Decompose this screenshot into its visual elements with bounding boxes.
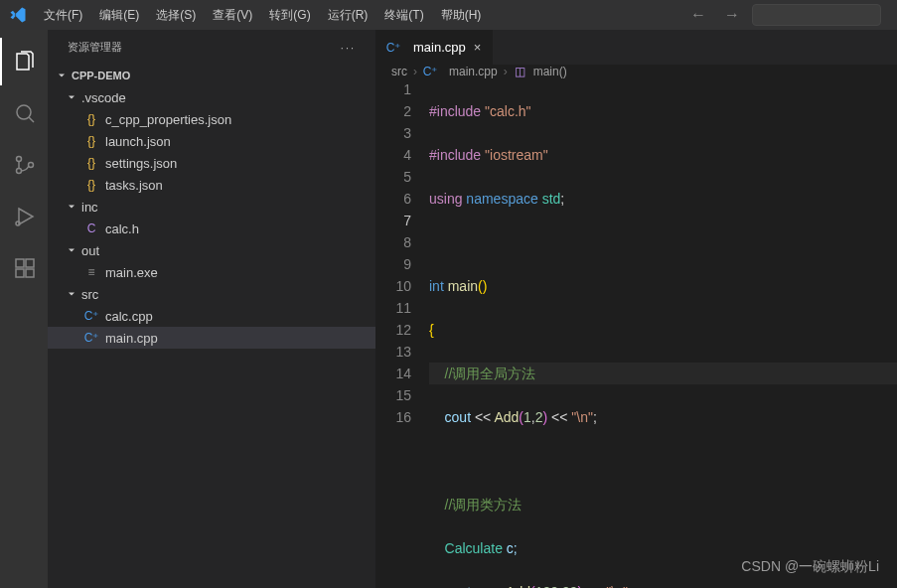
c-header-file-icon: C: [83, 220, 99, 236]
breadcrumb-src[interactable]: src: [391, 65, 407, 78]
nav-back-icon[interactable]: ←: [684, 4, 712, 26]
project-name: CPP-DEMO: [72, 70, 130, 81]
activity-search-icon[interactable]: [0, 89, 48, 137]
folder-label: .vscode: [81, 90, 126, 105]
project-header[interactable]: CPP-DEMO: [48, 65, 375, 86]
file-item[interactable]: {}settings.json: [48, 152, 375, 174]
menu-view[interactable]: 查看(V): [205, 3, 260, 28]
editor-tabs: C⁺ main.cpp ×: [375, 30, 897, 65]
explorer-more-icon[interactable]: ···: [341, 42, 356, 54]
breadcrumb[interactable]: src › C⁺ main.cpp › ◫ main(): [375, 65, 897, 78]
file-item[interactable]: {}launch.json: [48, 130, 375, 152]
folder-label: out: [81, 243, 99, 258]
file-item[interactable]: {}c_cpp_properties.json: [48, 108, 375, 130]
command-center-input[interactable]: [752, 4, 881, 26]
svg-rect-8: [26, 259, 34, 267]
svg-point-1: [17, 157, 22, 162]
code-editor[interactable]: 123456 78910111213141516 #include "calc.…: [375, 78, 897, 588]
folder-vscode[interactable]: .vscode: [48, 86, 375, 108]
menu-file[interactable]: 文件(F): [36, 3, 90, 28]
nav-forward-icon[interactable]: →: [718, 4, 746, 26]
json-file-icon: {}: [83, 155, 99, 171]
nav-arrows: ← →: [684, 4, 889, 26]
folder-label: inc: [81, 200, 98, 215]
folder-label: src: [81, 287, 98, 302]
chevron-down-icon: [64, 89, 79, 105]
editor-area: C⁺ main.cpp × src › C⁺ main.cpp › ◫ main…: [375, 30, 897, 588]
svg-rect-7: [26, 269, 34, 277]
menu-edit[interactable]: 编辑(E): [91, 3, 147, 28]
file-item[interactable]: {}tasks.json: [48, 174, 375, 196]
file-label: settings.json: [105, 156, 177, 171]
file-label: calc.cpp: [105, 309, 153, 324]
symbol-method-icon: ◫: [514, 65, 527, 78]
exe-file-icon: ≡: [83, 264, 99, 280]
svg-point-2: [17, 169, 22, 174]
json-file-icon: {}: [83, 111, 99, 127]
tab-main-cpp[interactable]: C⁺ main.cpp ×: [375, 30, 493, 65]
explorer-title: 资源管理器 ···: [48, 30, 375, 65]
menu-go[interactable]: 转到(G): [261, 3, 318, 28]
svg-rect-5: [16, 259, 24, 267]
chevron-down-icon: [64, 286, 79, 302]
chevron-down-icon: [54, 68, 70, 83]
json-file-icon: {}: [83, 133, 99, 149]
tab-label: main.cpp: [413, 40, 466, 55]
svg-point-4: [16, 221, 20, 225]
file-tree: .vscode {}c_cpp_properties.json {}launch…: [48, 86, 375, 588]
file-label: c_cpp_properties.json: [105, 112, 231, 127]
file-label: main.cpp: [105, 331, 158, 346]
breadcrumb-file[interactable]: main.cpp: [449, 65, 498, 78]
svg-point-0: [17, 105, 31, 119]
file-item[interactable]: Ccalc.h: [48, 218, 375, 239]
code-lines[interactable]: #include "calc.h" #include "iostream" us…: [429, 78, 897, 588]
breadcrumb-fn[interactable]: main(): [533, 65, 567, 78]
menu-select[interactable]: 选择(S): [148, 3, 204, 28]
cpp-file-icon: C⁺: [83, 308, 99, 324]
chevron-down-icon: [64, 242, 79, 258]
menu-terminal[interactable]: 终端(T): [376, 3, 431, 28]
cpp-file-icon: C⁺: [385, 40, 401, 56]
explorer-title-label: 资源管理器: [68, 40, 122, 55]
menu-run[interactable]: 运行(R): [320, 3, 376, 28]
chevron-down-icon: [64, 199, 79, 215]
folder-inc[interactable]: inc: [48, 196, 375, 218]
cpp-file-icon: C⁺: [83, 330, 99, 346]
vscode-logo-icon: [8, 5, 28, 25]
chevron-right-icon: ›: [413, 65, 417, 78]
activity-source-control-icon[interactable]: [0, 141, 48, 189]
folder-src[interactable]: src: [48, 283, 375, 305]
activity-run-debug-icon[interactable]: [0, 193, 48, 240]
file-item[interactable]: ≡main.exe: [48, 261, 375, 283]
file-item[interactable]: C⁺main.cpp: [48, 327, 375, 349]
activity-extensions-icon[interactable]: [0, 244, 48, 292]
folder-out[interactable]: out: [48, 239, 375, 261]
file-label: launch.json: [105, 134, 171, 149]
activity-bar: [0, 30, 48, 588]
file-label: main.exe: [105, 265, 158, 280]
file-label: calc.h: [105, 221, 139, 236]
cpp-file-icon: C⁺: [423, 65, 437, 78]
file-label: tasks.json: [105, 178, 163, 193]
menu-help[interactable]: 帮助(H): [433, 3, 490, 28]
svg-rect-6: [16, 269, 24, 277]
explorer-sidebar: 资源管理器 ··· CPP-DEMO .vscode {}c_cpp_prope…: [48, 30, 375, 588]
chevron-right-icon: ›: [504, 65, 508, 78]
line-number-gutter: 123456 78910111213141516: [375, 78, 429, 588]
json-file-icon: {}: [83, 177, 99, 193]
activity-explorer-icon[interactable]: [0, 38, 48, 85]
file-item[interactable]: C⁺calc.cpp: [48, 305, 375, 327]
title-bar: 文件(F) 编辑(E) 选择(S) 查看(V) 转到(G) 运行(R) 终端(T…: [0, 0, 897, 30]
menu-bar: 文件(F) 编辑(E) 选择(S) 查看(V) 转到(G) 运行(R) 终端(T…: [36, 3, 489, 28]
close-icon[interactable]: ×: [472, 40, 484, 55]
